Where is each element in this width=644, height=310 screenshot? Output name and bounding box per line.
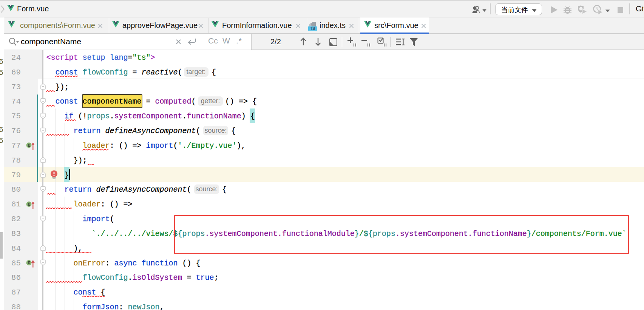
svg-text:TS: TS: [310, 26, 315, 31]
